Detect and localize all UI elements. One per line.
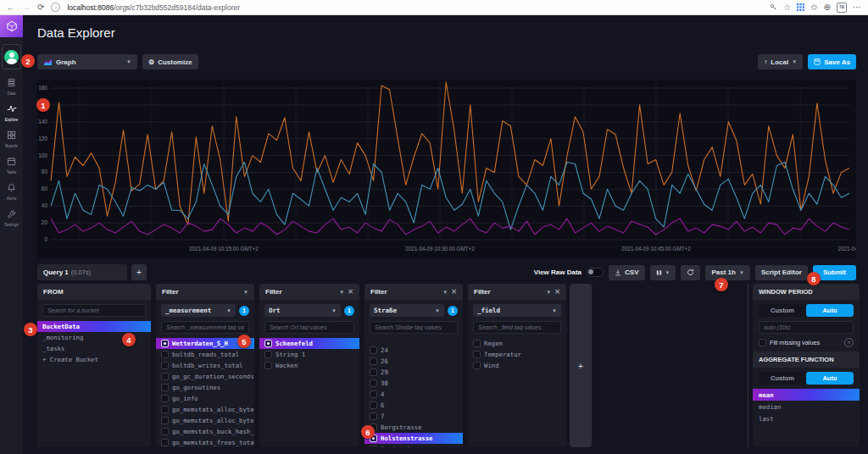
tag-value-item[interactable]: go_goroutines — [156, 382, 254, 393]
user-avatar — [4, 50, 19, 64]
back-icon[interactable]: ← — [7, 3, 15, 12]
tag-value-item[interactable]: go_gc_duration_seconds — [156, 371, 254, 382]
tag-value-item[interactable]: Bergstrasse — [364, 422, 463, 433]
window-period-input[interactable] — [759, 321, 854, 334]
tag-value-item[interactable]: Regen — [468, 338, 566, 349]
sidebar-item-alerts[interactable]: Alerts — [0, 180, 23, 201]
tag-value-search-input[interactable] — [264, 321, 354, 334]
tasks-icon — [7, 154, 16, 169]
tb-extension-icon[interactable]: TB — [837, 3, 847, 13]
aggregate-function-item[interactable]: mean — [753, 389, 860, 401]
chevron-down-icon[interactable]: ▼ — [546, 290, 551, 295]
tag-value-item[interactable]: 26 — [364, 356, 463, 367]
close-icon[interactable]: ✕ — [348, 288, 353, 296]
script-editor-button[interactable]: Script Editor — [755, 265, 808, 280]
sidebar-item-explore[interactable]: Explore — [0, 102, 23, 122]
tag-key-dropdown[interactable]: _field▼ — [473, 304, 561, 317]
options-panel: WINDOW PERIOD Custom Auto Fill missing v… — [753, 284, 860, 447]
tag-key-dropdown[interactable]: Ort▼ — [264, 304, 341, 317]
header-actions: ↑ Local ▼ Save As — [758, 54, 856, 69]
sidebar-item-tasks[interactable]: Tasks — [0, 154, 23, 174]
tag-value-item[interactable]: Temperatur — [468, 349, 566, 360]
chart-panel[interactable]: 0204060801001201401601802021-04-09 10:15… — [37, 80, 856, 258]
aggregate-function-item[interactable]: last — [753, 412, 860, 424]
save-as-button[interactable]: Save As — [808, 54, 856, 69]
bucket-list-item[interactable]: BucketData — [37, 321, 151, 332]
tag-value-item[interactable]: Holstenstrasse — [364, 433, 463, 444]
query-tab[interactable]: Query 1 (0.07s) — [37, 264, 127, 280]
add-query-button[interactable]: + — [131, 264, 147, 280]
tag-value-search-input[interactable] — [161, 321, 249, 334]
sidebar-item-boards[interactable]: Boards — [0, 128, 23, 148]
tag-value-item[interactable]: 30 — [364, 378, 463, 389]
favorites-settings-icon[interactable]: ☆ — [783, 3, 791, 12]
tag-value-search-input[interactable] — [473, 321, 561, 334]
address-bar[interactable]: localhost:8086/orgs/c7b32bd552d59184/dat… — [67, 3, 763, 12]
tag-value-item[interactable]: 6 — [364, 400, 463, 411]
user-avatar-box[interactable] — [2, 44, 21, 69]
collections-star-icon[interactable]: ✩ — [810, 3, 817, 12]
bucket-search-input[interactable] — [42, 304, 146, 317]
nav-rail: DataExploreBoardsTasksAlertsSettings — [0, 15, 23, 454]
bucket-list-item[interactable]: _tasks — [37, 343, 151, 354]
site-info-icon[interactable]: i — [51, 3, 60, 12]
customize-button[interactable]: ⚙ Customize — [142, 54, 198, 69]
view-raw-data-toggle[interactable] — [587, 268, 604, 277]
aggregate-auto-button[interactable]: Auto — [806, 372, 854, 385]
tag-value-item[interactable]: go_memstats_buck_hash_sys… — [156, 426, 254, 437]
svg-text:40: 40 — [42, 202, 48, 208]
tag-value-item[interactable]: 7 — [364, 411, 463, 422]
forward-icon[interactable]: → — [22, 3, 31, 12]
chevron-down-icon[interactable]: ▼ — [339, 290, 344, 295]
tag-key-dropdown[interactable]: _measurement▼ — [161, 304, 236, 317]
tag-value-item[interactable]: Wind — [468, 360, 566, 371]
sidebar-item-settings[interactable]: Settings — [0, 207, 23, 227]
tag-value-item[interactable]: go_memstats_alloc_bytes_t… — [156, 415, 254, 426]
tag-value-item[interactable]: 24 — [364, 345, 463, 356]
extensions-icon[interactable]: ⊕ — [824, 3, 831, 12]
tag-key-dropdown[interactable]: Straße▼ — [370, 304, 444, 317]
fill-missing-values-checkbox[interactable] — [759, 339, 766, 346]
pause-dropdown[interactable]: ▼ — [650, 265, 676, 280]
tag-value-item[interactable]: String 1 — [259, 349, 359, 360]
tag-value-search-input[interactable] — [370, 321, 458, 334]
help-icon[interactable]: ? — [844, 338, 854, 347]
chevron-down-icon[interactable]: ▼ — [442, 290, 448, 295]
tag-value-item[interactable]: Wacken — [259, 360, 359, 371]
influxdb-logo[interactable] — [0, 15, 23, 37]
refresh-button[interactable] — [681, 265, 700, 280]
checkbox — [370, 390, 377, 398]
tag-value-item[interactable]: go_info — [156, 393, 254, 404]
svg-text:0: 0 — [44, 236, 47, 242]
tag-value-item[interactable]: go_memstats_frees_total — [156, 437, 254, 447]
tag-value-item[interactable]: 29 — [364, 367, 463, 378]
sidebar-item-data[interactable]: Data — [0, 75, 23, 96]
tag-value-item[interactable]: boltdb_writes_total — [156, 360, 254, 371]
write-target-dropdown[interactable]: ↑ Local ▼ — [758, 54, 803, 69]
close-icon[interactable]: ✕ — [554, 288, 560, 296]
password-key-icon[interactable] — [770, 3, 777, 11]
add-filter-button[interactable]: + — [570, 284, 592, 447]
chevron-down-icon: ▼ — [126, 59, 131, 64]
chevron-down-icon[interactable]: ▼ — [243, 290, 248, 295]
aggregate-function-item[interactable]: median — [753, 401, 860, 412]
browser-menu-icon[interactable]: ⋯ — [853, 3, 861, 12]
window-auto-button[interactable]: Auto — [806, 304, 854, 317]
csv-button[interactable]: CSV — [609, 265, 644, 280]
tag-value-item[interactable]: 4 — [364, 389, 463, 400]
extension-grid-icon[interactable] — [797, 3, 804, 11]
chevron-down-icon: ▼ — [435, 308, 440, 313]
tag-value-item[interactable]: go_memstats_alloc_bytes — [156, 404, 254, 415]
time-range-dropdown[interactable]: Past 1h ▼ — [705, 265, 749, 280]
create-bucket-button[interactable]: + Create Bucket — [37, 354, 151, 365]
tag-value-item[interactable]: String 2 — [364, 444, 463, 447]
view-type-dropdown[interactable]: Graph ▼ — [37, 54, 137, 69]
annotation-badge-3: 3 — [24, 323, 37, 336]
aggregate-custom-button[interactable]: Custom — [759, 372, 806, 385]
annotation-badge-2: 2 — [21, 54, 35, 68]
close-icon[interactable]: ✕ — [451, 288, 457, 296]
reload-icon[interactable]: ⟳ — [37, 3, 44, 12]
window-custom-button[interactable]: Custom — [759, 304, 806, 317]
tag-value-item[interactable]: Schenefeld — [259, 338, 359, 349]
tag-value-item[interactable]: boltdb_reads_total — [156, 349, 254, 360]
